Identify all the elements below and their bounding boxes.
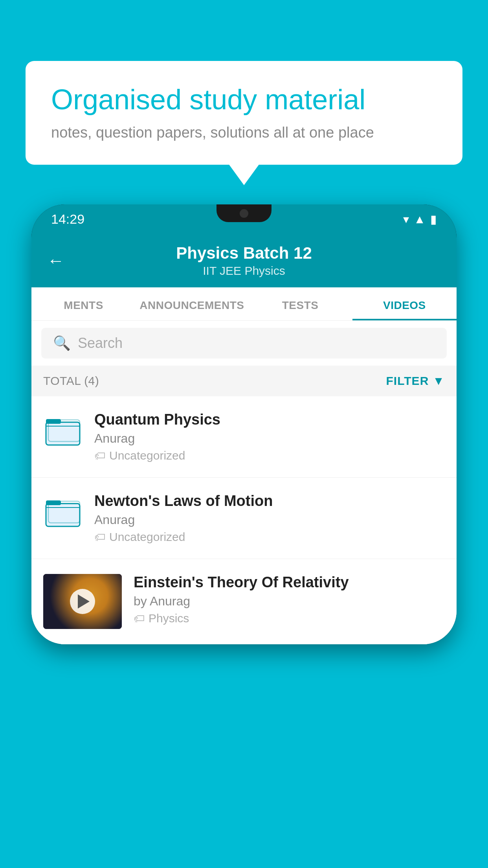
tab-ments[interactable]: MENTS — [31, 287, 136, 320]
phone-body: 14:29 ▾ ▲ ▮ ← Physics Batch 12 IIT JEE P… — [31, 204, 457, 644]
total-count: TOTAL (4) — [43, 374, 99, 388]
video-author: by Anurag — [134, 594, 445, 609]
tag-icon: 🏷 — [94, 531, 105, 544]
app-header: ← Physics Batch 12 IIT JEE Physics — [31, 234, 457, 287]
video-tag: 🏷 Uncategorized — [94, 530, 445, 544]
folder-icon — [45, 497, 81, 528]
list-item[interactable]: Einstein's Theory Of Relativity by Anura… — [31, 559, 457, 644]
video-info: Einstein's Theory Of Relativity by Anura… — [134, 574, 445, 625]
video-list: Quantum Physics Anurag 🏷 Uncategorized — [31, 396, 457, 644]
status-time: 14:29 — [51, 211, 84, 227]
video-info: Newton's Laws of Motion Anurag 🏷 Uncateg… — [94, 493, 445, 544]
video-tag: 🏷 Uncategorized — [94, 449, 445, 462]
tab-announcements[interactable]: ANNOUNCEMENTS — [136, 287, 248, 320]
tabs-bar: MENTS ANNOUNCEMENTS TESTS VIDEOS — [31, 287, 457, 321]
search-box[interactable]: 🔍 Search — [41, 328, 447, 359]
batch-subtitle: IIT JEE Physics — [176, 264, 312, 278]
filter-button[interactable]: FILTER ▼ — [386, 374, 445, 388]
bubble-subtitle: notes, question papers, solutions all at… — [51, 124, 437, 141]
content-area: 🔍 Search TOTAL (4) FILTER ▼ — [31, 321, 457, 644]
tag-label: Uncategorized — [109, 530, 185, 544]
list-item[interactable]: Newton's Laws of Motion Anurag 🏷 Uncateg… — [31, 478, 457, 559]
play-button[interactable] — [70, 589, 95, 614]
folder-icon — [45, 415, 81, 447]
search-icon: 🔍 — [53, 335, 71, 351]
folder-icon-wrap — [43, 411, 83, 451]
video-title: Newton's Laws of Motion — [94, 493, 445, 509]
phone-wrapper: 14:29 ▾ ▲ ▮ ← Physics Batch 12 IIT JEE P… — [31, 204, 457, 868]
play-icon — [78, 594, 90, 609]
video-tag: 🏷 Physics — [134, 612, 445, 625]
batch-title: Physics Batch 12 — [176, 244, 312, 263]
notch — [216, 204, 272, 222]
search-input[interactable]: Search — [78, 335, 123, 351]
bubble-title: Organised study material — [51, 83, 437, 116]
wifi-icon: ▾ — [403, 212, 409, 226]
filter-bar: TOTAL (4) FILTER ▼ — [31, 366, 457, 396]
tab-tests[interactable]: TESTS — [248, 287, 352, 320]
status-bar: 14:29 ▾ ▲ ▮ — [31, 204, 457, 234]
video-thumbnail — [43, 574, 122, 629]
tag-icon: 🏷 — [134, 612, 145, 625]
tab-videos[interactable]: VIDEOS — [352, 287, 457, 320]
search-container: 🔍 Search — [31, 321, 457, 366]
filter-label: FILTER — [386, 374, 429, 388]
list-item[interactable]: Quantum Physics Anurag 🏷 Uncategorized — [31, 396, 457, 478]
video-author: Anurag — [94, 431, 445, 446]
header-center: Physics Batch 12 IIT JEE Physics — [176, 244, 312, 278]
video-title: Einstein's Theory Of Relativity — [134, 574, 445, 591]
folder-icon-wrap — [43, 493, 83, 532]
tag-label: Uncategorized — [109, 449, 185, 462]
video-info: Quantum Physics Anurag 🏷 Uncategorized — [94, 411, 445, 462]
speech-bubble: Organised study material notes, question… — [26, 61, 462, 165]
tag-icon: 🏷 — [94, 449, 105, 462]
battery-icon: ▮ — [430, 212, 437, 226]
tag-label: Physics — [149, 612, 189, 625]
video-author: Anurag — [94, 513, 445, 527]
back-button[interactable]: ← — [47, 251, 64, 270]
front-camera — [240, 209, 248, 218]
speech-bubble-container: Organised study material notes, question… — [26, 61, 462, 165]
signal-icon: ▲ — [414, 213, 426, 226]
filter-icon: ▼ — [433, 374, 445, 388]
status-icons: ▾ ▲ ▮ — [403, 212, 437, 226]
video-title: Quantum Physics — [94, 411, 445, 428]
